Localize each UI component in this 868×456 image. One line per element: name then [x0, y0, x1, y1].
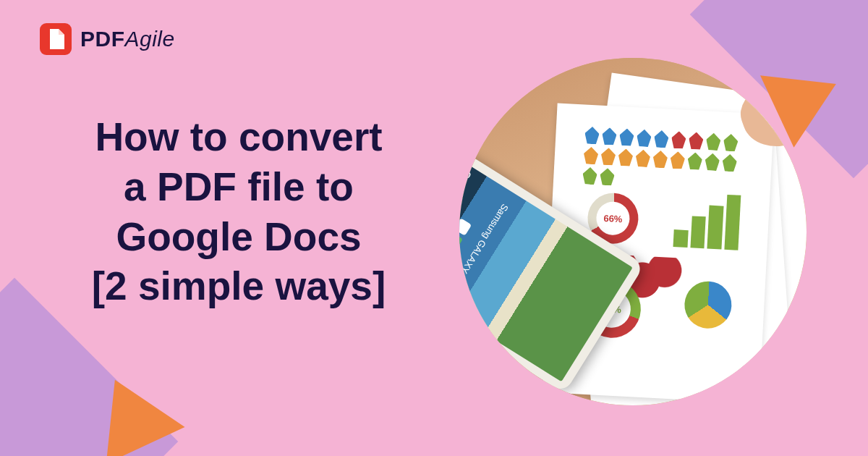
brand-text-bold: PDF	[80, 27, 125, 51]
brand-wordmark: PDF Agile	[80, 27, 175, 51]
pdf-page-icon	[40, 23, 72, 55]
page-title: How to convert a PDF file to Google Docs…	[43, 112, 434, 311]
infographic-icons-row	[584, 126, 744, 163]
brand-text-light: Agile	[125, 27, 175, 51]
tablet-clock: 12:45	[459, 165, 475, 208]
bar-chart-icon	[673, 189, 741, 250]
brand-logo: PDF Agile	[40, 23, 175, 55]
tablet-brand-label: Samsung GALAXY Tab S	[459, 190, 518, 311]
hero-image: 12:45 Samsung GALAXY Tab S	[459, 58, 807, 405]
pie-chart-icon	[684, 280, 733, 329]
